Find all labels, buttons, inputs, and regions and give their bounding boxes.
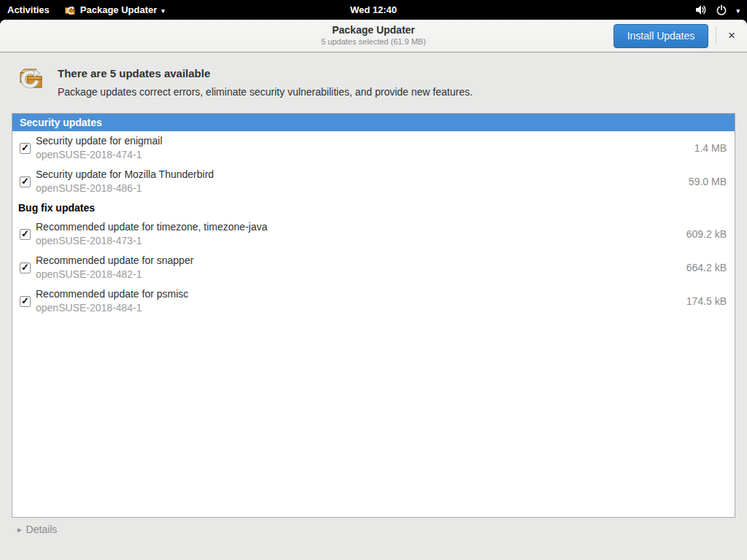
update-size: 59.0 MB bbox=[689, 176, 727, 187]
install-updates-button[interactable]: Install Updates bbox=[614, 24, 708, 48]
details-expander[interactable]: ▸ Details bbox=[18, 524, 57, 535]
update-size: 609.2 kB bbox=[686, 228, 727, 240]
update-checkbox[interactable]: ✓ bbox=[20, 143, 31, 154]
chevron-down-icon: ▾ bbox=[736, 7, 740, 15]
update-title: Recommended update for psmisc bbox=[36, 287, 188, 301]
update-size: 1.4 MB bbox=[694, 142, 727, 154]
activities-label: Activities bbox=[7, 4, 50, 15]
power-icon bbox=[716, 4, 727, 16]
package-updater-window: Package Updater 5 updates selected (61.9… bbox=[0, 20, 747, 560]
section-header-security[interactable]: Security updates bbox=[12, 114, 735, 131]
section-header-label: Security updates bbox=[20, 117, 102, 128]
update-row-thunderbird[interactable]: ✓ Security update for Mozilla Thunderbir… bbox=[12, 165, 735, 198]
update-title: Recommended update for snapper bbox=[36, 254, 193, 268]
top-bar: Activities Package Updater ▾ Wed 12:40 bbox=[0, 0, 747, 20]
updates-summary: There are 5 updates available Package up… bbox=[18, 65, 473, 98]
system-status-area[interactable]: ▾ bbox=[688, 0, 747, 20]
app-menu-button[interactable]: Package Updater ▾ bbox=[57, 0, 172, 20]
package-updater-app-icon bbox=[64, 4, 76, 16]
checkmark-icon: ✓ bbox=[21, 229, 29, 238]
checkmark-icon: ✓ bbox=[21, 176, 29, 186]
checkmark-icon: ✓ bbox=[21, 296, 29, 306]
update-checkbox[interactable]: ✓ bbox=[20, 229, 31, 240]
header-bar: Package Updater 5 updates selected (61.9… bbox=[0, 20, 747, 52]
update-id: openSUSE-2018-486-1 bbox=[36, 182, 214, 195]
update-title: Security update for Mozilla Thunderbird bbox=[36, 168, 214, 182]
update-title: Security update for enigmail bbox=[36, 134, 163, 148]
chevron-down-icon: ▾ bbox=[161, 7, 165, 15]
update-size: 174.5 kB bbox=[686, 295, 727, 307]
details-label: Details bbox=[26, 524, 58, 535]
update-checkbox[interactable]: ✓ bbox=[20, 296, 31, 307]
close-button[interactable]: × bbox=[724, 28, 740, 44]
update-id: openSUSE-2018-474-1 bbox=[36, 148, 163, 162]
section-header-bugfix[interactable]: Bug fix updates bbox=[12, 198, 735, 217]
header-separator bbox=[716, 26, 716, 45]
update-title: Recommended update for timezone, timezon… bbox=[36, 220, 268, 234]
volume-icon bbox=[695, 4, 707, 15]
update-id: openSUSE-2018-482-1 bbox=[36, 268, 193, 281]
update-checkbox[interactable]: ✓ bbox=[20, 176, 31, 187]
updates-list: Security updates ✓ Security update for e… bbox=[12, 113, 735, 518]
update-row-timezone[interactable]: ✓ Recommended update for timezone, timez… bbox=[12, 217, 735, 251]
update-id: openSUSE-2018-473-1 bbox=[36, 234, 268, 248]
section-header-label: Bug fix updates bbox=[18, 202, 95, 214]
update-row-psmisc[interactable]: ✓ Recommended update for psmisc openSUSE… bbox=[12, 284, 735, 318]
activities-button[interactable]: Activities bbox=[0, 0, 57, 20]
update-checkbox[interactable]: ✓ bbox=[20, 262, 31, 273]
app-menu-label: Package Updater bbox=[80, 4, 158, 15]
software-update-icon bbox=[18, 66, 45, 94]
update-row-enigmail[interactable]: ✓ Security update for enigmail openSUSE-… bbox=[12, 131, 735, 165]
update-size: 664.2 kB bbox=[686, 262, 727, 273]
update-id: openSUSE-2018-484-1 bbox=[36, 301, 188, 315]
update-row-snapper[interactable]: ✓ Recommended update for snapper openSUS… bbox=[12, 251, 735, 284]
updates-available-heading: There are 5 updates available bbox=[58, 67, 473, 79]
updates-description: Package updates correct errors, eliminat… bbox=[58, 86, 473, 98]
checkmark-icon: ✓ bbox=[21, 262, 29, 272]
expander-arrow-icon: ▸ bbox=[18, 525, 22, 534]
checkmark-icon: ✓ bbox=[21, 143, 29, 152]
